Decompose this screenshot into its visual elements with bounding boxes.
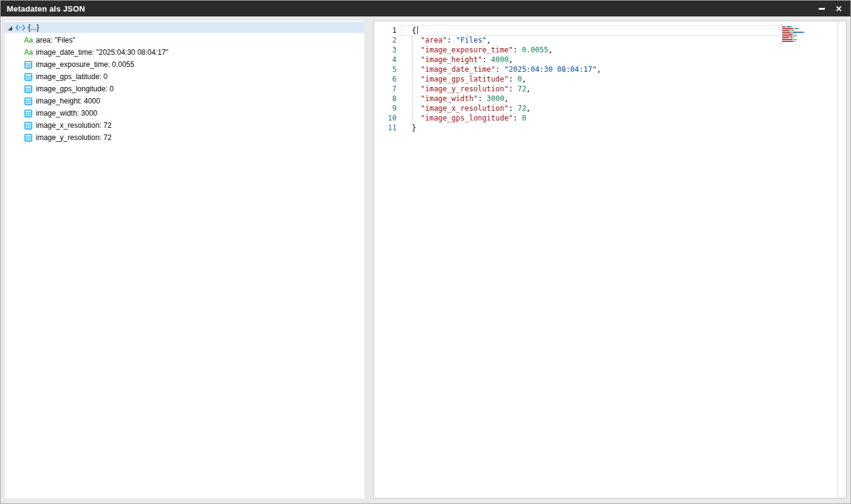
- code-line[interactable]: "image_x_resolution": 72,: [412, 103, 601, 113]
- tree-item[interactable]: image_x_resolution: 72: [5, 119, 364, 131]
- token-punc: ,: [509, 55, 513, 64]
- number-type-icon: [24, 73, 33, 81]
- titlebar: Metadaten als JSON ✕: [1, 1, 850, 16]
- code-line[interactable]: }: [412, 123, 601, 133]
- code-line[interactable]: "image_y_resolution": 72,: [412, 84, 601, 94]
- token-punc: ,: [548, 46, 553, 54]
- tree-item[interactable]: image_exposure_time: 0.0055: [5, 58, 364, 71]
- token-key: "image_gps_latitude": [420, 75, 509, 83]
- minimap-mark: [782, 26, 785, 27]
- string-type-icon: Aa: [24, 49, 33, 56]
- minimap-line: [781, 30, 837, 31]
- code-line[interactable]: "image_exposure_time": 0.0055,: [412, 45, 601, 55]
- line-number[interactable]: 6: [374, 74, 397, 84]
- line-number[interactable]: 11: [374, 123, 397, 133]
- tree-items: Aaarea: "Files"Aaimage_date_time: "2025:…: [5, 34, 364, 144]
- tree-item[interactable]: image_gps_longitude: 0: [5, 83, 364, 95]
- tree-item[interactable]: image_gps_latitude: 0: [5, 71, 364, 83]
- token-punc: ,: [596, 65, 601, 74]
- tree-item[interactable]: image_y_resolution: 72: [5, 131, 364, 144]
- minimap-mark: [793, 37, 794, 38]
- minimize-button[interactable]: [815, 2, 828, 15]
- tree-item[interactable]: Aaimage_date_time: "2025:04:30 08:04:17": [5, 46, 364, 58]
- indent-space: [412, 94, 420, 103]
- number-type-icon: [24, 97, 33, 105]
- minimap-line: [781, 28, 837, 29]
- indent-space: [412, 85, 420, 93]
- indent-space: [412, 46, 420, 54]
- tree-item-label: image_width: 3000: [36, 109, 97, 117]
- line-number[interactable]: 9: [374, 103, 397, 113]
- line-number[interactable]: 1: [374, 26, 397, 35]
- code-line[interactable]: "image_height": 4000,: [412, 55, 601, 65]
- titlebar-buttons: ✕: [815, 2, 846, 15]
- minimap-line: [781, 33, 837, 35]
- line-number[interactable]: 4: [374, 55, 397, 65]
- token-punc: ,: [504, 94, 509, 103]
- minimap-mark: [791, 30, 793, 31]
- code-line[interactable]: {: [412, 26, 601, 35]
- minimap-mark: [781, 24, 782, 26]
- tree-item[interactable]: image_height: 4000: [5, 95, 364, 107]
- code-line[interactable]: "area": "Files",: [412, 35, 601, 45]
- minimap-mark: [796, 33, 796, 35]
- close-button[interactable]: ✕: [832, 2, 846, 15]
- code-line[interactable]: "image_date_time": "2025:04:30 08:04:17"…: [412, 65, 601, 74]
- token-punc: :: [509, 85, 517, 93]
- expanded-triangle-icon[interactable]: [8, 26, 12, 30]
- token-num: 0: [517, 75, 521, 83]
- minimap-mark: [793, 39, 794, 40]
- json-object-icon: [15, 24, 26, 31]
- token-punc: :: [513, 46, 521, 54]
- token-num: 72: [517, 104, 526, 113]
- token-punc: :: [509, 75, 517, 83]
- tree-item[interactable]: Aaarea: "Files": [5, 34, 364, 46]
- minimap-line: [781, 43, 837, 44]
- code-line[interactable]: "image_gps_longitude": 0: [412, 113, 601, 123]
- minimap-line: [781, 24, 837, 26]
- line-number[interactable]: 8: [374, 94, 397, 103]
- line-number[interactable]: 3: [374, 45, 397, 55]
- tree-item[interactable]: image_width: 3000: [5, 107, 364, 119]
- token-key: "image_exposure_time": [420, 46, 513, 54]
- tree-root-label: {...}: [28, 23, 39, 32]
- minimap-mark: [793, 33, 794, 35]
- minimap-mark: [796, 39, 797, 40]
- tree-item-label: area: "Files": [36, 36, 76, 44]
- indent-space: [412, 65, 420, 74]
- json-editor-panel[interactable]: 1234567891011 { "area": "Files", "image_…: [373, 21, 847, 499]
- line-number[interactable]: 2: [374, 35, 397, 45]
- minimap-line: [781, 35, 837, 37]
- close-icon: ✕: [836, 5, 842, 13]
- code-line[interactable]: "image_gps_latitude": 0,: [412, 74, 601, 84]
- line-number[interactable]: 10: [374, 113, 397, 123]
- minimap-mark: [791, 37, 793, 38]
- token-punc: :: [482, 55, 491, 64]
- token-punc: ,: [522, 75, 526, 83]
- line-number[interactable]: 5: [374, 65, 397, 74]
- token-punc: ,: [487, 36, 491, 44]
- token-key: "image_height": [420, 55, 482, 64]
- editor-gutter: 1234567891011: [374, 26, 397, 133]
- tree-item-label: image_y_resolution: 72: [36, 133, 111, 142]
- minimap-mark: [782, 39, 793, 40]
- line-number[interactable]: 7: [374, 84, 397, 94]
- token-num: 3000: [487, 94, 504, 103]
- minimap-mark: [793, 35, 794, 37]
- token-punc: {: [412, 26, 416, 35]
- token-punc: }: [412, 124, 416, 132]
- tree-root-row[interactable]: {...}: [5, 22, 364, 33]
- token-punc: ,: [526, 85, 531, 93]
- minimap-mark: [794, 30, 794, 31]
- minimap-mark: [791, 32, 792, 33]
- token-key: "image_y_resolution": [420, 85, 509, 93]
- editor-code[interactable]: { "area": "Files", "image_exposure_time"…: [412, 26, 601, 133]
- code-line[interactable]: "image_width": 3000,: [412, 94, 601, 103]
- editor-scrollbar[interactable]: [837, 21, 846, 498]
- minimap-mark: [791, 26, 792, 27]
- number-type-icon: [24, 61, 33, 69]
- minimize-icon: [819, 8, 825, 10]
- minimap[interactable]: [781, 24, 837, 44]
- minimap-line: [781, 37, 837, 38]
- tree-item-label: image_gps_longitude: 0: [36, 85, 113, 93]
